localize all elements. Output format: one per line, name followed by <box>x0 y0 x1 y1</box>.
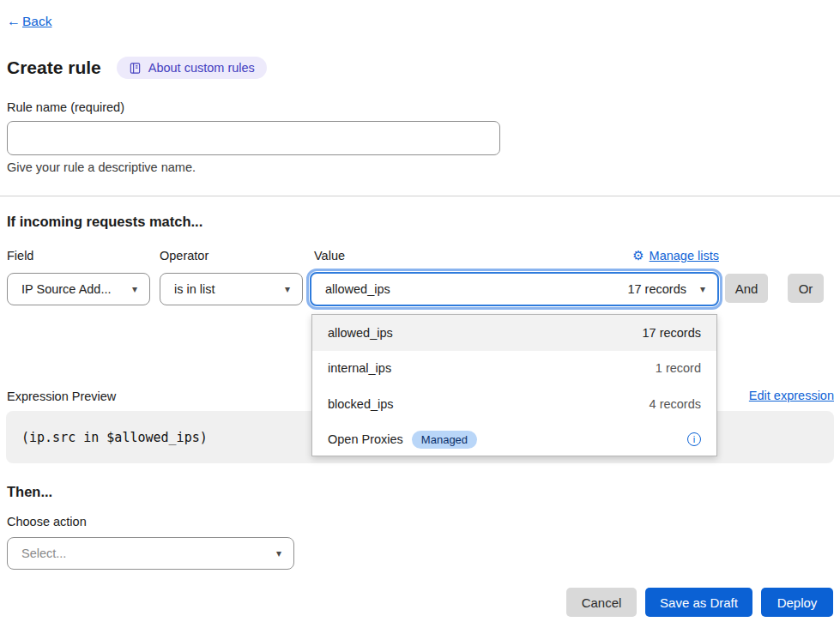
cancel-button[interactable]: Cancel <box>566 588 637 617</box>
operator-select-value: is in list <box>174 282 215 296</box>
chevron-down-icon: ▾ <box>276 547 281 559</box>
chevron-down-icon: ▾ <box>132 283 137 295</box>
about-custom-rules-badge[interactable]: About custom rules <box>117 57 267 79</box>
manage-lists-link[interactable]: ⚙ Manage lists <box>632 248 719 263</box>
book-icon <box>129 62 142 75</box>
section-divider <box>0 196 840 196</box>
list-item-name: internal_ips <box>328 361 391 375</box>
and-button[interactable]: And <box>725 274 768 303</box>
managed-badge: Managed <box>412 431 477 449</box>
then-section-heading: Then... <box>7 484 52 500</box>
action-select-placeholder: Select... <box>21 546 66 560</box>
field-label: Field <box>7 249 33 263</box>
rule-name-input[interactable] <box>7 121 500 155</box>
operator-label: Operator <box>160 249 208 263</box>
action-select[interactable]: Select... ▾ <box>7 537 294 570</box>
value-label: Value <box>314 249 345 263</box>
chevron-down-icon: ▾ <box>700 283 705 295</box>
value-select-value: allowed_ips <box>325 282 390 296</box>
list-item-records: 4 records <box>650 397 701 411</box>
back-link[interactable]: ← Back <box>7 14 51 29</box>
rule-name-label: Rule name (required) <box>7 100 124 114</box>
choose-action-label: Choose action <box>7 515 87 528</box>
field-select-value: IP Source Add... <box>21 282 112 296</box>
chevron-down-icon: ▾ <box>285 283 290 295</box>
gear-icon: ⚙ <box>632 248 644 263</box>
list-item-name: Open Proxies <box>328 432 403 446</box>
about-badge-label: About custom rules <box>148 61 255 75</box>
value-select[interactable]: allowed_ips 17 records ▾ <box>310 272 719 306</box>
field-select[interactable]: IP Source Add... ▾ <box>7 273 150 305</box>
title-row: Create rule About custom rules <box>7 57 267 79</box>
back-link-label: Back <box>22 14 51 29</box>
list-item-records: 17 records <box>642 326 701 340</box>
info-icon[interactable]: i <box>687 432 701 446</box>
expression-code: (ip.src in $allowed_ips) <box>21 430 208 445</box>
rule-name-helper: Give your rule a descriptive name. <box>7 160 196 174</box>
expression-preview-label: Expression Preview <box>7 389 116 403</box>
match-section-heading: If incoming requests match... <box>7 214 202 230</box>
or-button[interactable]: Or <box>788 274 824 303</box>
list-item-name: blocked_ips <box>328 397 394 411</box>
page-title: Create rule <box>7 57 101 78</box>
list-item-allowed-ips[interactable]: allowed_ips 17 records <box>312 315 716 351</box>
create-rule-page: ← Back Create rule About custom rules Ru… <box>0 0 840 634</box>
manage-lists-label: Manage lists <box>650 249 719 263</box>
list-item-open-proxies[interactable]: Open Proxies Managed i <box>312 422 716 458</box>
list-item-internal-ips[interactable]: internal_ips 1 record <box>312 351 716 387</box>
save-as-draft-button[interactable]: Save as Draft <box>645 588 752 617</box>
list-item-name: allowed_ips <box>328 326 393 340</box>
value-select-records: 17 records <box>627 282 686 296</box>
edit-expression-link[interactable]: Edit expression <box>749 389 834 402</box>
list-item-blocked-ips[interactable]: blocked_ips 4 records <box>312 386 716 422</box>
back-arrow-icon: ← <box>7 14 21 29</box>
operator-select[interactable]: is in list ▾ <box>160 273 303 305</box>
value-dropdown-menu: allowed_ips 17 records internal_ips 1 re… <box>311 314 717 456</box>
list-item-records: 1 record <box>656 361 701 375</box>
deploy-button[interactable]: Deploy <box>761 588 833 617</box>
